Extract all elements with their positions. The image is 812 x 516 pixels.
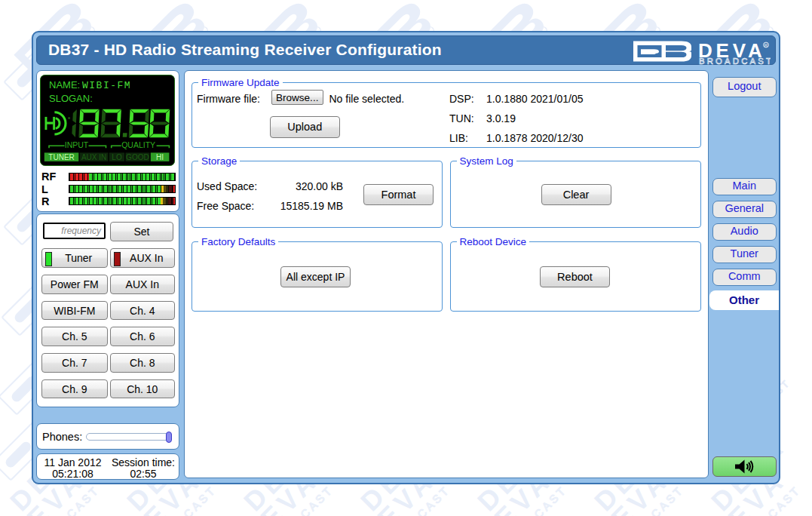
svg-text:SLOGAN:: SLOGAN: <box>49 93 93 104</box>
svg-text:BROADCAST: BROADCAST <box>699 57 771 66</box>
svg-text:HI: HI <box>156 153 164 161</box>
svg-text:QUALITY: QUALITY <box>121 140 155 149</box>
svg-text:TUNER: TUNER <box>48 153 74 161</box>
svg-text:INPUT: INPUT <box>65 140 89 149</box>
svg-text:NAME:: NAME: <box>49 79 80 91</box>
svg-text:LO: LO <box>112 153 122 161</box>
svg-text:R: R <box>765 43 768 48</box>
svg-text:WIBI-FM: WIBI-FM <box>82 80 131 91</box>
svg-text:GOOD: GOOD <box>126 153 149 161</box>
svg-text:AUX IN: AUX IN <box>81 153 106 161</box>
